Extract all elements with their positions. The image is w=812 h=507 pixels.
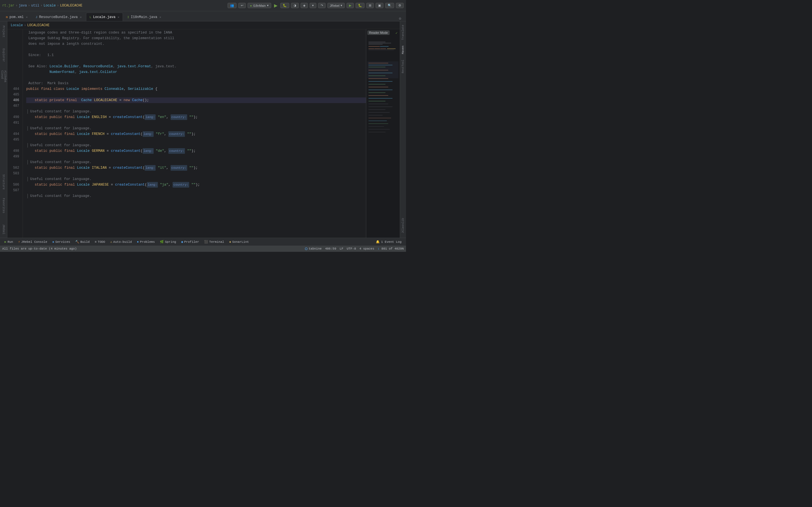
- svg-rect-26: [368, 101, 386, 101]
- auto-build-label: Auto-build: [113, 240, 132, 244]
- todo-button[interactable]: ≡ TODO: [93, 240, 107, 244]
- status-message: All files are up-to-date (4 minutes ago): [2, 247, 77, 250]
- search-button[interactable]: 🔍: [385, 3, 394, 8]
- chevron-down-icon: ▾: [267, 4, 269, 7]
- bc-jar[interactable]: rt.jar: [2, 4, 14, 8]
- tab-locale[interactable]: L Locale.java ✕: [86, 13, 123, 21]
- profiler-label: Profiler: [184, 240, 199, 244]
- event-log-icon: 🔔: [376, 240, 380, 244]
- doc-line-9: [26, 75, 366, 80]
- settings-button[interactable]: ⚙: [396, 3, 404, 8]
- jrebel-debug-button[interactable]: 🐛: [356, 3, 364, 8]
- spring-button[interactable]: 🌿 Spring: [158, 239, 179, 244]
- jrebel-config-dropdown[interactable]: JRebel ▾: [327, 3, 345, 8]
- step-over-button[interactable]: ↷: [318, 3, 326, 8]
- coverage-button[interactable]: ◑: [291, 3, 299, 8]
- team-button[interactable]: 👥: [227, 3, 237, 8]
- profile-button[interactable]: ◈: [301, 3, 308, 8]
- tabnine-badge[interactable]: ⬡ tabnine: [305, 247, 322, 251]
- bc-editor-localecache[interactable]: LOCALECACHE: [27, 23, 49, 27]
- tab-pom-label: pom.xml: [10, 15, 24, 19]
- editor-area: Locale › LOCALECACHE 484 485 486: [7, 21, 400, 238]
- run-button[interactable]: ▶: [273, 2, 278, 9]
- svg-rect-30: [368, 112, 390, 113]
- sidebar-item-alibaba[interactable]: Alibaba Cloud: [1, 70, 7, 87]
- explorer-label: Explorer: [2, 48, 5, 62]
- svg-rect-14: [368, 67, 386, 67]
- run-label: Run: [8, 240, 13, 244]
- navigate-back-button[interactable]: ↩: [238, 3, 246, 8]
- encoding[interactable]: UTF-8: [347, 247, 356, 250]
- tab-resourcebundle-close[interactable]: ✕: [80, 15, 82, 19]
- code-line-490: static public final Locale ENGLISH = cre…: [26, 114, 366, 120]
- code-container[interactable]: 484 485 486 487 490 491 494 495 498 499 …: [7, 29, 400, 238]
- tab-locale-close[interactable]: ✕: [117, 15, 119, 19]
- line-info: ↕ 801 of 4029N: [378, 247, 404, 250]
- structure-label: Structure: [2, 174, 5, 189]
- build-button[interactable]: 🔨 Build: [73, 239, 92, 244]
- svg-rect-25: [368, 98, 393, 99]
- jrebel-run-button[interactable]: ▶: [347, 3, 354, 8]
- sidebar-item-explorer[interactable]: Explorer: [1, 47, 7, 64]
- tab-resourcebundle[interactable]: J ResourceBundle.java ✕: [32, 13, 85, 21]
- run-config-dropdown[interactable]: ● I18nMain ▾: [248, 3, 271, 8]
- svg-rect-7: [374, 48, 380, 49]
- right-tab-maven[interactable]: Maven: [401, 43, 405, 57]
- right-side-tabs: Translate Maven RestTool JClasslib: [400, 21, 406, 238]
- sidebar-item-favorites[interactable]: Favorites: [1, 197, 7, 214]
- sidebar-item-structure[interactable]: Structure: [1, 173, 7, 190]
- jrebel-console-button[interactable]: ⚡ JRebel Console: [16, 239, 49, 244]
- favorites-label: Favorites: [2, 198, 5, 213]
- indent[interactable]: 4 spaces: [359, 247, 374, 250]
- doc-line-10: Author: Mark Davis: [26, 80, 366, 86]
- tabs-bar: m pom.xml ✕ J ResourceBundle.java ✕ L Lo…: [0, 11, 406, 21]
- right-tab-translate[interactable]: Translate: [401, 22, 405, 43]
- problems-label: Problems: [140, 240, 155, 244]
- tab-pom[interactable]: m pom.xml ✕: [2, 13, 31, 21]
- tabnine-label: tabnine: [309, 247, 322, 250]
- layout-button[interactable]: ▣: [375, 3, 384, 8]
- right-tab-jclasslib[interactable]: JClasslib: [401, 216, 405, 237]
- svg-rect-8: [380, 48, 386, 49]
- doc-hint-508: Useful constant for language.: [26, 193, 366, 199]
- cursor-position[interactable]: 486:59: [325, 247, 336, 250]
- debug-button[interactable]: 🐛: [280, 3, 289, 8]
- sonarlint-button[interactable]: ◈ SonarLint: [227, 239, 251, 244]
- minimap-svg: [367, 39, 398, 222]
- bc-locale[interactable]: Locale: [43, 4, 56, 8]
- auto-build-button[interactable]: ⚠ Auto-build: [108, 239, 134, 244]
- tab-settings-button[interactable]: ⚙: [396, 16, 404, 21]
- svg-rect-13: [368, 65, 393, 65]
- problems-button[interactable]: ● Problems: [135, 240, 157, 244]
- sidebar-item-jrebel[interactable]: JRebel: [1, 221, 7, 238]
- split-button[interactable]: ⊞: [366, 3, 374, 8]
- line-ending[interactable]: LF: [340, 247, 343, 250]
- project-label: Project: [2, 25, 5, 38]
- event-log-button[interactable]: 🔔 1 Event Log: [373, 239, 404, 244]
- svg-rect-3: [368, 44, 383, 45]
- reader-mode-button[interactable]: Reader Mode: [367, 31, 390, 35]
- build-label: Build: [80, 240, 90, 244]
- right-tab-resttool[interactable]: RestTool: [401, 57, 405, 76]
- doc-line-5: Since: 1.1: [26, 52, 366, 58]
- sidebar-item-project[interactable]: Project: [1, 23, 7, 40]
- terminal-button[interactable]: ⬛ Terminal: [202, 239, 226, 244]
- code-line-507: [26, 187, 366, 193]
- svg-rect-4: [368, 46, 380, 47]
- bc-editor-locale[interactable]: Locale: [11, 23, 23, 27]
- jrebel-chevron-icon: ▾: [341, 4, 342, 7]
- more-run-options[interactable]: ▾: [310, 3, 316, 8]
- profiler-icon: ◉: [181, 240, 183, 244]
- bc-java[interactable]: java: [18, 4, 27, 8]
- bc-localecache[interactable]: LOCALECACHE: [60, 4, 82, 8]
- svg-rect-16: [368, 73, 393, 73]
- tab-i18nmain[interactable]: I I18nMain.java ✕: [123, 13, 165, 21]
- profiler-button[interactable]: ◉ Profiler: [179, 239, 201, 244]
- svg-rect-1: [368, 42, 386, 42]
- bc-util[interactable]: util: [31, 4, 39, 8]
- tab-pom-close[interactable]: ✕: [26, 15, 28, 19]
- tab-i18nmain-close[interactable]: ✕: [160, 15, 161, 19]
- services-button[interactable]: ◈ Services: [50, 239, 72, 244]
- svg-rect-28: [368, 107, 393, 107]
- run-toolbar-button[interactable]: ▶ Run: [2, 239, 15, 244]
